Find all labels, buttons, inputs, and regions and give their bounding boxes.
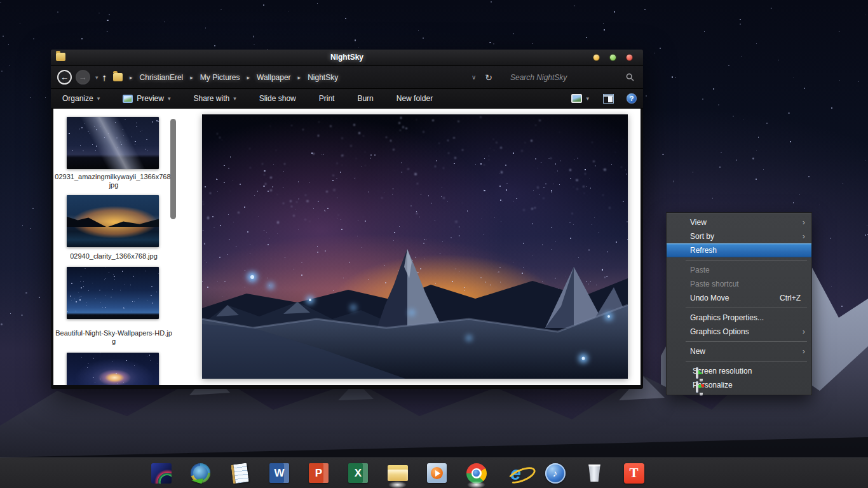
folder-content: 02931_amazingmilkywayii_1366x768.jpg 029…	[53, 109, 641, 385]
chevron-right-icon[interactable]: ▸	[295, 74, 304, 81]
chevron-right-icon[interactable]: ▸	[243, 74, 253, 81]
menu-label: Graphics Options	[690, 327, 749, 336]
share-with-button[interactable]: Share with ▾	[188, 92, 241, 105]
help-icon[interactable]: ?	[627, 93, 637, 104]
taskbar-itunes-icon[interactable]: ♪	[543, 461, 567, 485]
search-input[interactable]	[510, 73, 623, 82]
breadcrumb-wallpaper[interactable]: Wallpaper	[253, 72, 295, 83]
breadcrumb-user[interactable]: ChristianErel	[136, 72, 187, 83]
chevron-right-icon: ▸	[126, 74, 136, 81]
file-name[interactable]: 02940_clarity_1366x768.jpg	[55, 252, 173, 261]
menu-item-sort-by[interactable]: Sort by ›	[667, 229, 811, 243]
preview-pane-icon[interactable]	[603, 94, 614, 104]
running-indicator	[467, 481, 485, 488]
menu-item-screen-resolution[interactable]: Screen resolution	[667, 364, 811, 378]
taskbar-excel-icon[interactable]: X	[346, 461, 370, 485]
breadcrumb-nightsky[interactable]: NightSky	[304, 72, 342, 83]
submenu-arrow-icon: ›	[803, 229, 805, 243]
file-thumbnail-galaxy[interactable]	[67, 353, 159, 385]
address-folder-icon[interactable]	[113, 73, 123, 81]
taskbar: W P X e ♪ T	[0, 458, 868, 488]
organize-label: Organize	[62, 94, 93, 103]
menu-label: Sort by	[690, 232, 714, 241]
file-thumbnail-milkyway[interactable]	[67, 117, 159, 169]
preview-label: Preview	[137, 94, 164, 103]
taskbar-recycle-bin-icon[interactable]	[583, 461, 606, 485]
back-button[interactable]: ←	[57, 70, 72, 85]
scrollbar-thumb[interactable]	[170, 119, 176, 219]
taskbar-download-manager-icon[interactable]	[189, 461, 212, 485]
menu-item-undo-move[interactable]: Undo Move Ctrl+Z	[667, 291, 811, 305]
menu-shortcut: Ctrl+Z	[780, 291, 801, 305]
minimize-button[interactable]	[593, 54, 600, 61]
menu-item-refresh[interactable]: Refresh	[667, 243, 811, 257]
file-thumbnail-sunset[interactable]	[67, 195, 159, 247]
forward-button: ←	[76, 70, 90, 85]
file-list: 02931_amazingmilkywayii_1366x768.jpg 029…	[53, 109, 180, 385]
taskbar-chrome-icon[interactable]	[465, 461, 488, 485]
search-icon[interactable]	[626, 73, 634, 81]
menu-separator	[686, 361, 807, 362]
up-button[interactable]: ↑	[102, 72, 107, 83]
file-thumbnail-nightsky[interactable]	[67, 267, 159, 319]
menu-item-graphics-properties[interactable]: Graphics Properties...	[667, 311, 811, 325]
breadcrumb: ▸ ChristianErel ▸ My Pictures ▸ Wallpape…	[126, 72, 342, 83]
preview-pane	[180, 109, 641, 385]
menu-item-graphics-options[interactable]: Graphics Options ›	[667, 325, 811, 339]
preview-button[interactable]: Preview ▾	[118, 92, 175, 105]
preview-image	[202, 114, 628, 379]
taskbar-file-explorer-icon[interactable]	[386, 461, 409, 485]
taskbar-windows-media-player-icon[interactable]	[425, 461, 449, 485]
taskbar-notepad-icon[interactable]	[228, 461, 252, 485]
slide-show-button[interactable]: Slide show	[254, 92, 301, 105]
preview-image-icon	[123, 95, 133, 103]
taskbar-tango-icon[interactable]: T	[622, 461, 646, 485]
file-list-scrollbar[interactable]	[170, 110, 177, 383]
taskbar-word-icon[interactable]: W	[268, 461, 291, 485]
command-toolbar: Organize ▾ Preview ▾ Share with ▾ Slide …	[51, 89, 643, 109]
taskbar-powerpoint-icon[interactable]: P	[307, 461, 330, 485]
taskbar-internet-explorer-icon[interactable]: e	[504, 461, 527, 485]
address-dropdown-icon[interactable]: ∨	[471, 74, 476, 81]
menu-label: View	[690, 218, 707, 227]
chevron-down-icon: ▾	[233, 95, 236, 102]
address-bar: ← ← ▾ ↑ ▸ ChristianErel ▸ My Pictures ▸ …	[51, 66, 643, 89]
file-name[interactable]: 02931_amazingmilkywayii_1366x768.jpg	[55, 173, 173, 189]
explorer-window: NightSky ← ← ▾ ↑ ▸ ChristianErel ▸ My Pi…	[51, 50, 643, 389]
chevron-down-icon[interactable]: ▾	[586, 95, 589, 102]
menu-separator	[686, 308, 807, 308]
submenu-arrow-icon: ›	[803, 325, 805, 339]
breadcrumb-my-pictures[interactable]: My Pictures	[196, 72, 244, 83]
chevron-right-icon[interactable]: ▸	[187, 74, 196, 81]
running-indicator	[388, 481, 407, 488]
print-button[interactable]: Print	[314, 92, 340, 105]
maximize-button[interactable]	[609, 54, 616, 61]
menu-separator	[686, 260, 807, 261]
menu-item-paste-shortcut: Paste shortcut	[667, 277, 811, 291]
submenu-arrow-icon: ›	[803, 215, 805, 229]
history-dropdown-icon[interactable]: ▾	[95, 74, 98, 81]
title-bar: NightSky	[51, 50, 643, 66]
new-folder-button[interactable]: New folder	[391, 92, 438, 105]
refresh-icon[interactable]: ↻	[485, 72, 492, 83]
chevron-down-icon: ▾	[97, 95, 100, 102]
menu-separator	[686, 341, 807, 342]
menu-item-new[interactable]: New ›	[667, 344, 811, 358]
menu-label: New	[690, 347, 705, 356]
taskbar-media-player-icon[interactable]	[149, 461, 173, 485]
menu-label: Refresh	[690, 246, 717, 255]
change-view-icon[interactable]	[571, 94, 582, 103]
share-with-label: Share with	[193, 94, 229, 103]
organize-button[interactable]: Organize ▾	[57, 92, 105, 105]
menu-item-personalize[interactable]: Personalize	[667, 378, 811, 392]
menu-item-view[interactable]: View ›	[667, 215, 811, 229]
submenu-arrow-icon: ›	[803, 344, 805, 358]
file-name[interactable]: Beautiful-Night-Sky-Wallpapers-HD.jpg	[55, 329, 173, 346]
burn-button[interactable]: Burn	[352, 92, 378, 105]
menu-label: Undo Move	[690, 294, 729, 302]
menu-item-paste: Paste	[667, 263, 811, 277]
screen-resolution-icon	[696, 367, 698, 379]
chevron-down-icon: ▾	[168, 95, 171, 102]
window-title: NightSky	[51, 53, 643, 62]
close-button[interactable]	[626, 54, 633, 61]
